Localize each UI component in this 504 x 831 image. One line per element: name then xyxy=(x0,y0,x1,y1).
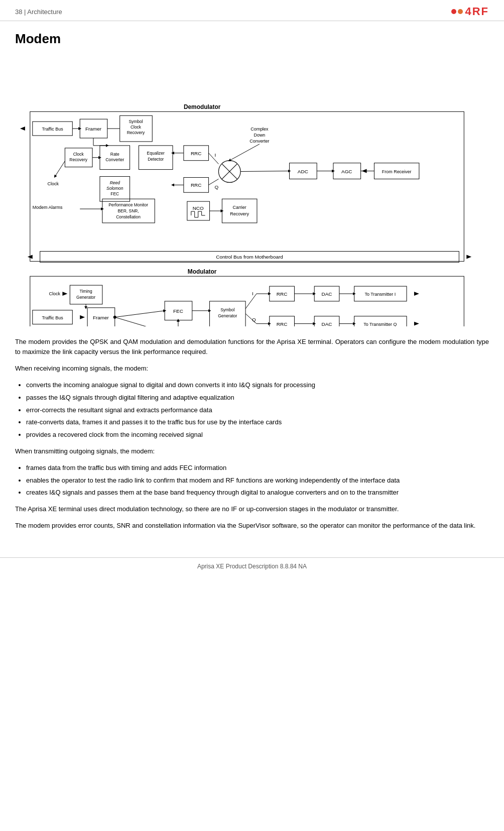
svg-text:Carrier: Carrier xyxy=(233,205,246,210)
svg-line-39 xyxy=(209,153,219,164)
when-receiving-intro: When receiving incoming signals, the mod… xyxy=(15,364,489,374)
svg-point-88 xyxy=(113,316,116,319)
svg-text:Framer: Framer xyxy=(93,315,109,320)
svg-line-92 xyxy=(115,317,178,326)
svg-text:FEC: FEC xyxy=(110,191,119,196)
receive-item-2: passes the I&Q signals through digital f… xyxy=(26,393,489,403)
transmit-item-2: enables the operator to test the radio l… xyxy=(26,476,489,486)
svg-text:Constellation: Constellation xyxy=(116,214,141,219)
svg-text:Solomon: Solomon xyxy=(106,186,123,191)
svg-text:Rate: Rate xyxy=(110,152,119,157)
svg-text:Reed: Reed xyxy=(110,180,120,185)
page-info: 38 | Architecture xyxy=(15,8,62,16)
svg-text:RRC: RRC xyxy=(277,291,287,297)
logo-dot-1 xyxy=(451,9,456,14)
transmit-item-3: creates I&Q signals and passes them at t… xyxy=(26,488,489,498)
svg-text:From Receiver: From Receiver xyxy=(382,169,412,174)
svg-text:Traffic Bus: Traffic Bus xyxy=(42,127,63,132)
page-content: Modem Demodulator Traffic Bus Framer Sym… xyxy=(0,21,504,547)
transmit-item-1: frames data from the traffic bus with ti… xyxy=(26,463,489,473)
svg-text:I: I xyxy=(252,291,254,296)
page-footer: Aprisa XE Product Description 8.8.84 NA xyxy=(0,557,504,575)
receive-item-5: provides a recovered clock from the inco… xyxy=(26,430,489,440)
logo: 4RF xyxy=(451,5,489,18)
svg-text:Generator: Generator xyxy=(76,295,95,300)
svg-text:Modulator: Modulator xyxy=(188,268,217,275)
footer-text: Aprisa XE Product Description 8.8.84 NA xyxy=(197,563,307,570)
svg-marker-82 xyxy=(72,315,85,319)
svg-marker-71 xyxy=(28,255,40,259)
svg-line-87 xyxy=(115,311,165,317)
svg-text:Q: Q xyxy=(214,184,218,190)
svg-text:Symbol: Symbol xyxy=(220,307,234,312)
svg-text:Framer: Framer xyxy=(85,126,102,132)
svg-line-47 xyxy=(240,171,289,172)
diagram-area: Demodulator Traffic Bus Framer Symbol Cl… xyxy=(15,57,489,328)
svg-line-104 xyxy=(245,294,257,309)
svg-text:Clock: Clock xyxy=(73,152,84,157)
svg-text:Converter: Converter xyxy=(249,139,269,144)
receive-list: converts the incoming analogue signal to… xyxy=(15,380,489,440)
receive-item-3: error-corrects the resultant signal and … xyxy=(26,405,489,416)
svg-text:Performance Monitor: Performance Monitor xyxy=(108,202,148,207)
svg-text:DAC: DAC xyxy=(322,321,332,326)
receive-items: converts the incoming analogue signal to… xyxy=(15,380,489,440)
svg-text:Equalizer: Equalizer xyxy=(147,151,165,156)
svg-text:NCO: NCO xyxy=(193,205,204,211)
svg-text:RRC: RRC xyxy=(191,151,202,156)
receive-item-4: rate-converts data, frames it and passes… xyxy=(26,417,489,428)
demodulator-label: Demodulator xyxy=(184,103,221,110)
svg-text:FEC: FEC xyxy=(173,308,183,314)
svg-text:Complex: Complex xyxy=(250,127,269,132)
svg-text:Modem Alarms: Modem Alarms xyxy=(33,205,63,210)
svg-text:Recovery: Recovery xyxy=(127,130,145,135)
svg-text:Clock: Clock xyxy=(49,291,61,296)
receive-item-1: converts the incoming analogue signal to… xyxy=(26,380,489,391)
diagram-svg: Demodulator Traffic Bus Framer Symbol Cl… xyxy=(15,57,489,326)
svg-text:To Transmitter Q: To Transmitter Q xyxy=(363,322,397,326)
svg-text:Recovery: Recovery xyxy=(69,157,87,162)
svg-text:BER, SNR,: BER, SNR, xyxy=(117,208,139,213)
svg-marker-116 xyxy=(407,292,419,296)
svg-text:Symbol: Symbol xyxy=(129,119,143,124)
page-title: Modem xyxy=(15,31,489,47)
transmit-items: frames data from the traffic bus with ti… xyxy=(15,463,489,498)
svg-text:Generator: Generator xyxy=(218,313,237,318)
svg-text:Detector: Detector xyxy=(148,157,164,162)
svg-text:ADC: ADC xyxy=(298,169,308,174)
svg-text:AGC: AGC xyxy=(341,169,352,174)
logo-text: 4RF xyxy=(465,5,489,18)
svg-rect-0 xyxy=(30,111,464,261)
paragraph-2: The Aprisa XE terminal uses direct modul… xyxy=(15,504,489,515)
logo-dots xyxy=(451,9,463,14)
svg-text:Traffic Bus: Traffic Bus xyxy=(42,315,63,320)
svg-text:Control Bus from Motherboard: Control Bus from Motherboard xyxy=(216,254,283,260)
svg-text:To Transmitter I: To Transmitter I xyxy=(365,292,396,297)
svg-text:Converter: Converter xyxy=(105,157,124,162)
svg-text:RRC: RRC xyxy=(277,321,287,326)
svg-text:Clock: Clock xyxy=(131,125,142,130)
logo-dot-2 xyxy=(458,9,463,14)
svg-text:I: I xyxy=(214,152,216,158)
svg-line-56 xyxy=(55,161,65,177)
svg-text:DAC: DAC xyxy=(322,291,332,297)
svg-text:Down: Down xyxy=(254,133,265,138)
svg-text:Clock: Clock xyxy=(48,181,59,186)
svg-line-44 xyxy=(229,144,260,161)
paragraph-3: The modem provides error counts, SNR and… xyxy=(15,521,489,531)
svg-text:Recovery: Recovery xyxy=(230,211,249,216)
svg-text:Timing: Timing xyxy=(80,289,92,294)
svg-marker-119 xyxy=(407,322,419,326)
svg-text:RRC: RRC xyxy=(191,182,202,188)
svg-marker-3 xyxy=(20,127,33,131)
when-transmitting-intro: When transmitting outgoing signals, the … xyxy=(15,446,489,457)
svg-marker-72 xyxy=(459,255,471,259)
paragraph-1: The modem provides the QPSK and QAM modu… xyxy=(15,337,489,358)
transmit-list: frames data from the traffic bus with ti… xyxy=(15,463,489,498)
page-header: 38 | Architecture 4RF xyxy=(0,0,504,21)
